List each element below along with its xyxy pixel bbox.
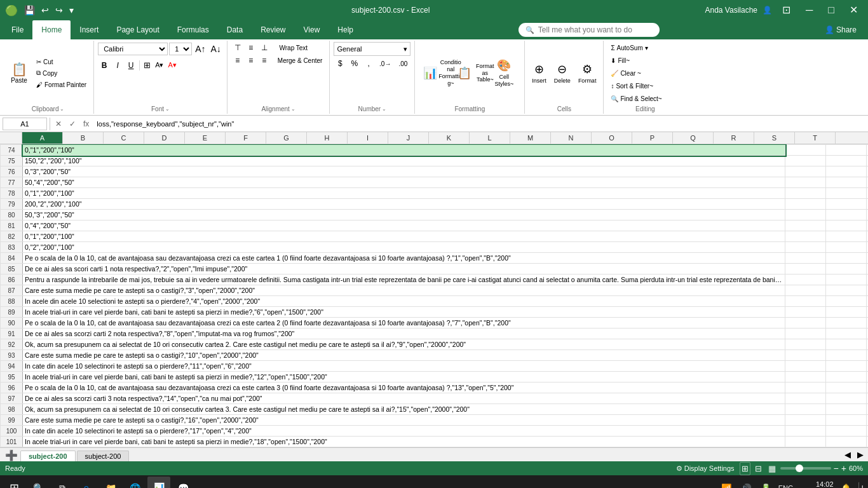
zoom-slider[interactable]: [780, 467, 831, 470]
cell-data[interactable]: De ce ai ales sa scorzi carti 3 nota res…: [23, 393, 785, 404]
cell-data[interactable]: Ok, acum sa presupunem ca ai selectat de…: [23, 404, 785, 415]
cell-empty[interactable]: [785, 318, 826, 329]
cell-data[interactable]: Care este suma medie pe care te astepti …: [23, 350, 785, 361]
font-color-button[interactable]: A▾: [166, 59, 178, 71]
edge-button[interactable]: e: [75, 477, 98, 488]
scroll-left-button[interactable]: ◀: [843, 448, 853, 461]
cell-empty[interactable]: [826, 220, 867, 231]
col-header-Q[interactable]: Q: [673, 132, 714, 144]
col-header-N[interactable]: N: [551, 132, 592, 144]
skype-button[interactable]: 💬: [172, 477, 194, 488]
normal-view-button[interactable]: ⊞: [740, 462, 750, 475]
percent-button[interactable]: %: [348, 58, 361, 69]
close-button[interactable]: ✕: [844, 4, 863, 17]
col-header-M[interactable]: M: [510, 132, 551, 144]
cell-empty[interactable]: [826, 318, 867, 329]
cell-empty[interactable]: [785, 166, 826, 177]
cell-empty[interactable]: [785, 350, 826, 361]
col-header-R[interactable]: R: [714, 132, 754, 144]
font-size-select[interactable]: 11: [169, 43, 192, 55]
conditional-formatting-button[interactable]: 📊 Conditional Formatting~: [419, 55, 452, 91]
underline-button[interactable]: U: [125, 60, 137, 71]
clipboard-expand-icon[interactable]: ⌄: [60, 106, 64, 112]
cell-empty[interactable]: [826, 156, 867, 166]
cell-data[interactable]: 50,"3","200","50": [23, 210, 785, 220]
cell-data[interactable]: Pe o scala de la 0 la 10, cat de avantaj…: [23, 447, 785, 448]
format-button[interactable]: ⚙ Format: [575, 55, 600, 91]
volume-icon[interactable]: 🔊: [739, 482, 754, 489]
align-bottom-button[interactable]: ⊥: [258, 42, 271, 53]
cell-empty[interactable]: [826, 307, 867, 318]
cell-empty[interactable]: [826, 393, 867, 404]
comma-button[interactable]: ,: [362, 58, 375, 69]
cell-empty[interactable]: [785, 242, 826, 253]
cell-empty[interactable]: [826, 188, 867, 199]
cell-empty[interactable]: [826, 242, 867, 253]
cell-data[interactable]: 200,"2","200","100": [23, 199, 785, 210]
cell-empty[interactable]: [785, 264, 826, 274]
cell-empty[interactable]: [826, 166, 867, 177]
cell-empty[interactable]: [785, 383, 826, 393]
scroll-right-button[interactable]: ▶: [855, 448, 865, 461]
delete-button[interactable]: ⊖ Delete: [551, 55, 574, 91]
cell-empty[interactable]: [785, 274, 826, 285]
cell-empty[interactable]: [826, 350, 867, 361]
cell-data[interactable]: Pe o scala de la 0 la 10, cat de avantaj…: [23, 383, 785, 393]
col-header-P[interactable]: P: [632, 132, 673, 144]
cell-data[interactable]: De ce ai ales sa scorzi carti 2 nota res…: [23, 329, 785, 339]
borders-button[interactable]: ⊞: [142, 58, 153, 72]
formula-input[interactable]: [94, 119, 865, 128]
cell-data[interactable]: In acele din acele 10 selectioni te aste…: [23, 296, 785, 307]
col-header-B[interactable]: B: [63, 132, 104, 144]
cell-empty[interactable]: [826, 372, 867, 383]
undo-qa-button[interactable]: ↩: [39, 4, 51, 17]
network-icon[interactable]: 📶: [719, 482, 734, 489]
cell-data[interactable]: 0,"4","200","50": [23, 220, 785, 231]
cell-data[interactable]: De ce ai ales sa scori carti 1 nota resp…: [23, 264, 785, 274]
maximize-button[interactable]: □: [823, 4, 839, 17]
display-settings-button[interactable]: ⚙ Display Settings: [676, 464, 735, 473]
tell-me-box[interactable]: 🔍: [519, 23, 660, 37]
customize-qa-button[interactable]: ▾: [67, 4, 76, 17]
insert-function-button[interactable]: fx: [81, 118, 92, 130]
cell-empty[interactable]: [826, 447, 867, 448]
cell-data[interactable]: 50,"4","200","50": [23, 177, 785, 188]
cell-empty[interactable]: [826, 296, 867, 307]
page-layout-view-button[interactable]: ⊟: [753, 462, 764, 475]
restore-window-button[interactable]: ⊡: [777, 4, 796, 17]
col-header-E[interactable]: E: [185, 132, 226, 144]
excel-taskbar-button[interactable]: 📊: [147, 477, 170, 488]
save-qa-button[interactable]: 💾: [22, 4, 37, 17]
file-explorer-button[interactable]: 📁: [99, 477, 122, 488]
tab-page-layout[interactable]: Page Layout: [107, 20, 168, 39]
cell-empty[interactable]: [826, 210, 867, 220]
minimize-button[interactable]: ─: [801, 4, 818, 17]
col-header-C[interactable]: C: [104, 132, 144, 144]
font-expand-icon[interactable]: ⌄: [165, 106, 170, 112]
format-as-table-button[interactable]: 📋 Format as Table~: [453, 55, 486, 91]
cell-empty[interactable]: [785, 447, 826, 448]
align-middle-button[interactable]: ≡: [245, 42, 257, 53]
cell-empty[interactable]: [785, 329, 826, 339]
sheet-tab-subject200-2[interactable]: subject-200: [77, 451, 130, 461]
col-header-D[interactable]: D: [144, 132, 185, 144]
cell-empty[interactable]: [826, 231, 867, 242]
cell-empty[interactable]: [785, 415, 826, 426]
cell-data[interactable]: In acele trial-uri in care vel pierde ba…: [23, 372, 785, 383]
cell-empty[interactable]: [826, 329, 867, 339]
cell-data[interactable]: In cate din acele 10 selectinori te aste…: [23, 361, 785, 372]
cell-empty[interactable]: [785, 210, 826, 220]
add-sheet-button[interactable]: ➕: [3, 449, 20, 461]
accounting-button[interactable]: $: [334, 58, 346, 69]
align-right-button[interactable]: ≡: [258, 55, 271, 66]
zoom-out-button[interactable]: −: [834, 463, 839, 473]
alignment-expand-icon[interactable]: ⌄: [291, 106, 295, 112]
cell-empty[interactable]: [785, 296, 826, 307]
decrease-font-size-button[interactable]: A↓: [208, 42, 222, 56]
cell-empty[interactable]: [826, 285, 867, 296]
cell-empty[interactable]: [785, 285, 826, 296]
sort-filter-button[interactable]: ↕ Sort & Filter~: [607, 80, 682, 92]
cell-empty[interactable]: [826, 383, 867, 393]
paste-button[interactable]: 📋 Paste: [6, 55, 32, 91]
col-header-T[interactable]: T: [795, 132, 836, 144]
